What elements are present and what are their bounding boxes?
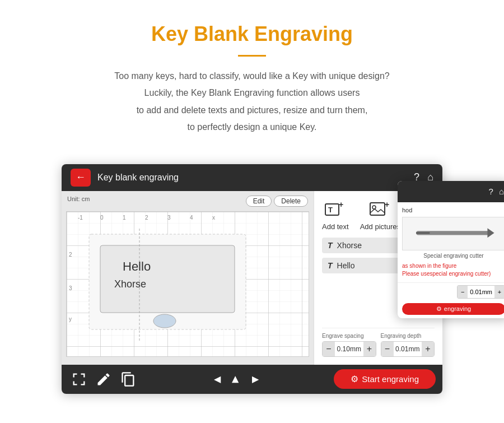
overlay-topbar: ? ⌂ [398, 181, 504, 202]
overlay-note: as shown in the figure Please usespecial… [402, 262, 504, 278]
nav-arrows: ◀ ◀ ▶ [208, 370, 264, 388]
overlay-depth-stepper: − 0.01mm + [457, 285, 504, 299]
spacing-value: 0.10mm [335, 345, 363, 353]
edit-icon-btn[interactable] [93, 369, 114, 390]
overlay-note-link: special engraving cutter) [430, 271, 491, 277]
desc-line2: Luckily, the Key Blank Engraving functio… [144, 88, 360, 97]
bottom-left-icons [68, 369, 139, 390]
overlay-depth-value: 0.01mm [468, 289, 494, 295]
arrow-right[interactable]: ▶ [246, 370, 264, 388]
add-text-icon: T + [323, 199, 348, 220]
screenshot-container: ← Key blank engraving ? ⌂ Unit: cm Edit … [62, 164, 442, 394]
depth-stepper: − 0.01mm + [381, 341, 435, 357]
canvas-panel: Unit: cm Edit Delete [62, 191, 314, 365]
svg-point-22 [372, 206, 376, 209]
desc-line1: Too many keys, hard to classify, would l… [114, 71, 390, 81]
text-item-xhorse-label: Xhorse [337, 241, 362, 250]
overlay-note-prefix: Please use [402, 271, 430, 277]
svg-text:4: 4 [190, 215, 193, 221]
title-divider [238, 55, 266, 57]
svg-rect-21 [370, 203, 385, 215]
depth-value: 0.01mm [394, 345, 422, 353]
page-description: Too many keys, hard to classify, would l… [56, 68, 448, 136]
back-button[interactable]: ← [71, 169, 91, 187]
arrow-left[interactable]: ◀ [208, 370, 226, 388]
depth-increment[interactable]: + [422, 342, 434, 356]
svg-text:+: + [339, 200, 343, 209]
app-content: Unit: cm Edit Delete [62, 191, 442, 365]
arrow-up[interactable]: ◀ [227, 370, 245, 388]
back-arrow-icon: ← [76, 171, 86, 183]
engrave-spacing-label: Engrave spacing [322, 333, 376, 339]
start-icon: ⚙ [351, 374, 358, 384]
overlay-start-label: engraving [444, 305, 471, 312]
start-engraving-button[interactable]: ⚙ Start engraving [334, 369, 436, 389]
page-header: Key Blank Engraving Too many keys, hard … [0, 0, 504, 147]
overlay-window: ? ⌂ hod Special engraving cutter as show… [398, 181, 504, 318]
svg-text:y: y [69, 316, 72, 322]
overlay-start-icon: ⚙ [436, 305, 442, 313]
text-type-icon-2: T [328, 261, 333, 270]
overlay-note-text: as shown in the figure [402, 263, 456, 269]
add-text-label: Add text [322, 222, 349, 231]
app-window: ← Key blank engraving ? ⌂ Unit: cm Edit … [62, 164, 442, 394]
svg-text:3: 3 [69, 285, 72, 291]
page-title: Key Blank Engraving [11, 22, 493, 46]
expand-icon-btn[interactable] [68, 369, 90, 390]
svg-text:+: + [385, 200, 389, 209]
text-item-hello-label: Hello [337, 261, 355, 270]
engrave-depth-label: Engraving depth [381, 333, 435, 339]
overlay-content: hod Special engraving cutter as shown in… [398, 202, 504, 282]
edit-button[interactable]: Edit [246, 196, 272, 207]
delete-button[interactable]: Delete [274, 196, 308, 207]
svg-text:T: T [328, 206, 333, 214]
desc-line4: to perfectly design a unique Key. [188, 122, 317, 132]
svg-text:1: 1 [123, 215, 126, 221]
grid-canvas: -1 0 1 2 3 4 x 2 3 y [66, 211, 309, 357]
svg-text:0: 0 [100, 215, 104, 221]
svg-text:Xhorse: Xhorse [114, 278, 146, 290]
overlay-start-button[interactable]: ⚙ engraving [402, 303, 504, 315]
desc-line3: to add and delete texts and pictures, re… [137, 105, 368, 115]
overlay-home-icon[interactable]: ⌂ [499, 187, 504, 196]
spacing-decrement[interactable]: − [323, 342, 335, 356]
app-bottombar: ◀ ◀ ▶ ⚙ Start engraving [62, 365, 442, 394]
cutter-image [402, 217, 504, 250]
svg-text:3: 3 [167, 215, 171, 221]
spacing-increment[interactable]: + [363, 342, 376, 356]
overlay-depth-decrement[interactable]: − [458, 286, 468, 298]
overlay-depth-increment[interactable]: + [494, 286, 504, 298]
unit-label: Unit: cm [67, 196, 90, 202]
cutter-label: Special engraving cutter [402, 253, 504, 259]
depth-decrement[interactable]: − [381, 342, 394, 356]
add-pictures-label: Add pictures [360, 222, 400, 231]
overlay-help-icon[interactable]: ? [489, 187, 493, 196]
overlay-section-title: hod [402, 207, 504, 213]
engrave-settings: Engrave spacing − 0.10mm + Engraving dep… [322, 328, 435, 357]
svg-marker-25 [488, 228, 494, 238]
svg-text:Hello: Hello [123, 259, 151, 273]
overlay-bottom-row: − 0.01mm + [398, 282, 504, 301]
svg-text:2: 2 [69, 252, 72, 258]
svg-point-17 [153, 314, 176, 328]
svg-text:2: 2 [145, 215, 148, 221]
svg-text:x: x [212, 215, 215, 221]
text-type-icon: T [328, 241, 333, 250]
add-text-button[interactable]: T + Add text [322, 199, 349, 231]
app-window-title: Key blank engraving [97, 173, 407, 183]
engrave-depth-col: Engraving depth − 0.01mm + [381, 333, 435, 357]
copy-icon-btn[interactable] [118, 369, 139, 390]
start-label: Start engraving [362, 374, 419, 384]
edit-delete-buttons: Edit Delete [246, 196, 308, 207]
svg-rect-26 [416, 232, 430, 233]
engrave-row: Engrave spacing − 0.10mm + Engraving dep… [322, 333, 435, 357]
add-pictures-button[interactable]: + Add pictures [360, 199, 400, 231]
engrave-spacing-col: Engrave spacing − 0.10mm + [322, 333, 376, 357]
add-pictures-icon: + [368, 199, 393, 220]
svg-text:-1: -1 [78, 215, 83, 221]
spacing-stepper: − 0.10mm + [322, 341, 376, 357]
app-topbar: ← Key blank engraving ? ⌂ [62, 164, 442, 191]
